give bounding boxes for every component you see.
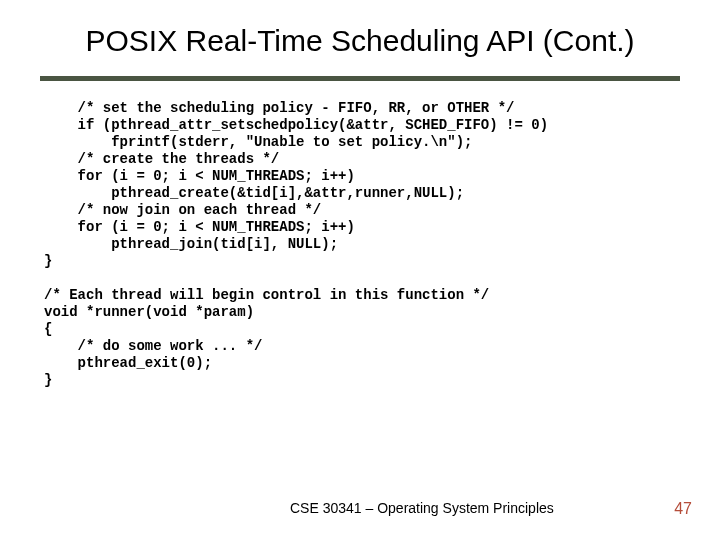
slide-title: POSIX Real-Time Scheduling API (Cont.) [0, 24, 720, 58]
code-line: /* Each thread will begin control in thi… [44, 287, 489, 303]
code-line: for (i = 0; i < NUM_THREADS; i++) [44, 219, 355, 235]
code-line: /* create the threads */ [44, 151, 279, 167]
code-line: /* now join on each thread */ [44, 202, 321, 218]
code-line: if (pthread_attr_setschedpolicy(&attr, S… [44, 117, 548, 133]
code-line: pthread_exit(0); [44, 355, 212, 371]
code-line: /* set the scheduling policy - FIFO, RR,… [44, 100, 514, 116]
code-line: /* do some work ... */ [44, 338, 262, 354]
code-line: pthread_join(tid[i], NULL); [44, 236, 338, 252]
code-line: } [44, 372, 52, 388]
slide: POSIX Real-Time Scheduling API (Cont.) /… [0, 0, 720, 540]
code-line: { [44, 321, 52, 337]
code-line: fprintf(stderr, "Unable to set policy.\n… [44, 134, 472, 150]
code-block: /* set the scheduling policy - FIFO, RR,… [44, 100, 676, 389]
footer-text: CSE 30341 – Operating System Principles [290, 500, 554, 516]
code-line: pthread_create(&tid[i],&attr,runner,NULL… [44, 185, 464, 201]
title-divider [40, 76, 680, 81]
code-line: for (i = 0; i < NUM_THREADS; i++) [44, 168, 355, 184]
code-line: } [44, 253, 52, 269]
page-number: 47 [674, 500, 692, 518]
code-line: void *runner(void *param) [44, 304, 254, 320]
